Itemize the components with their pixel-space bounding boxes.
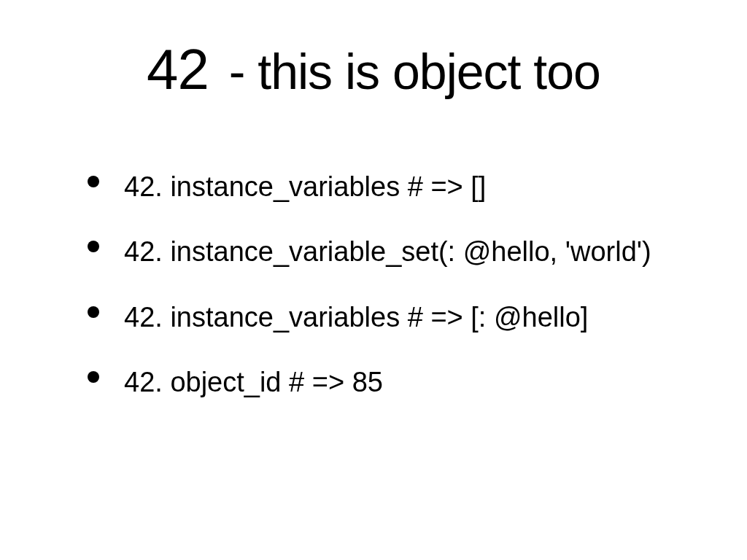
list-item: 42. instance_variables # => [: @hello] <box>88 299 689 336</box>
bullet-text: 42. instance_variables # => [] <box>124 171 486 202</box>
list-item: 42. instance_variables # => [] <box>88 168 689 206</box>
bullet-text: 42. instance_variable_set(: @hello, 'wor… <box>124 236 651 267</box>
slide-title-rest: - this is object too <box>216 44 600 99</box>
list-item: 42. instance_variable_set(: @hello, 'wor… <box>88 233 689 271</box>
bullet-text: 42. instance_variables # => [: @hello] <box>124 302 588 332</box>
slide-title: 42 - this is object too <box>58 36 689 103</box>
bullet-list: 42. instance_variables # => [] 42. insta… <box>58 168 689 401</box>
slide-title-number: 42 <box>147 37 209 101</box>
list-item: 42. object_id # => 85 <box>88 364 689 401</box>
bullet-text: 42. object_id # => 85 <box>124 367 383 397</box>
